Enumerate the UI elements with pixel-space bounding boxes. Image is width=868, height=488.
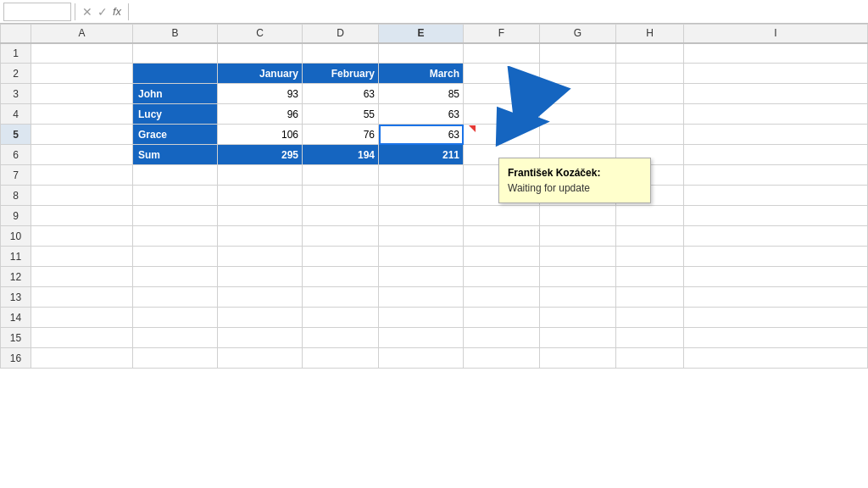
row-12: 12 xyxy=(1,267,868,287)
cell-f2[interactable] xyxy=(464,64,540,84)
cell-e3[interactable]: 85 xyxy=(379,84,464,104)
cell-f3[interactable] xyxy=(464,84,540,104)
row-8: 8 xyxy=(1,186,868,206)
cell-i5[interactable] xyxy=(684,125,868,145)
cell-g5[interactable] xyxy=(540,125,616,145)
col-header-d[interactable]: D xyxy=(303,25,379,43)
cell-h1[interactable] xyxy=(616,43,684,64)
comment-text: Waiting for update xyxy=(508,180,642,196)
row-num-8: 8 xyxy=(1,186,31,206)
cell-g3[interactable] xyxy=(540,84,616,104)
cell-b2-header[interactable] xyxy=(133,64,218,84)
row-num-15: 15 xyxy=(1,328,31,348)
row-num-10: 10 xyxy=(1,226,31,247)
row-num-12: 12 xyxy=(1,267,31,287)
row-14: 14 xyxy=(1,308,868,328)
cell-a1[interactable] xyxy=(31,43,133,64)
cell-b6-sum[interactable]: Sum xyxy=(133,145,218,165)
formula-divider xyxy=(75,3,75,20)
row-num-6: 6 xyxy=(1,145,31,165)
cell-b3-john[interactable]: John xyxy=(133,84,218,104)
cell-d6-194[interactable]: 194 xyxy=(303,145,379,165)
row-num-3: 3 xyxy=(1,84,31,104)
cell-e1[interactable] xyxy=(379,43,464,64)
cell-a3[interactable] xyxy=(31,84,133,104)
row-5-grace: 5 Grace 106 76 63 xyxy=(1,125,868,145)
row-num-9: 9 xyxy=(1,206,31,226)
col-header-i[interactable]: I xyxy=(684,25,868,43)
cell-g1[interactable] xyxy=(540,43,616,64)
formula-bar: E5 ✕ ✓ fx xyxy=(0,0,868,24)
col-header-g[interactable]: G xyxy=(540,25,616,43)
col-header-a[interactable]: A xyxy=(31,25,133,43)
row-num-5: 5 xyxy=(1,125,31,145)
row-1: 1 xyxy=(1,43,868,64)
cell-c1[interactable] xyxy=(218,43,303,64)
cell-i1[interactable] xyxy=(684,43,868,64)
cell-g4[interactable] xyxy=(540,104,616,125)
row-7: 7 xyxy=(1,165,868,186)
col-header-b[interactable]: B xyxy=(133,25,218,43)
row-10: 10 xyxy=(1,226,868,247)
column-headers: A B C D E F G H I xyxy=(1,25,868,43)
row-3-john: 3 John 93 63 85 xyxy=(1,84,868,104)
row-num-1: 1 xyxy=(1,43,31,64)
cell-h2[interactable] xyxy=(616,64,684,84)
cell-a2[interactable] xyxy=(31,64,133,84)
cell-i3[interactable] xyxy=(684,84,868,104)
cell-d3[interactable]: 63 xyxy=(303,84,379,104)
cell-b5-grace[interactable]: Grace xyxy=(133,125,218,145)
cell-c2-january[interactable]: January xyxy=(218,64,303,84)
spreadsheet: A B C D E F G H I 1 xyxy=(0,24,868,488)
cell-d2-february[interactable]: February xyxy=(303,64,379,84)
cell-h4[interactable] xyxy=(616,104,684,125)
row-num-13: 13 xyxy=(1,287,31,308)
cell-g2[interactable] xyxy=(540,64,616,84)
cell-e2-march[interactable]: March xyxy=(379,64,464,84)
row-num-2: 2 xyxy=(1,64,31,84)
cell-c4[interactable]: 96 xyxy=(218,104,303,125)
formula-icons: ✕ ✓ fx xyxy=(79,5,125,19)
comment-indicator xyxy=(469,125,476,132)
cell-f1[interactable] xyxy=(464,43,540,64)
corner-header xyxy=(1,25,31,43)
cell-b4-lucy[interactable]: Lucy xyxy=(133,104,218,125)
cell-i4[interactable] xyxy=(684,104,868,125)
cell-a5[interactable] xyxy=(31,125,133,145)
row-num-7: 7 xyxy=(1,165,31,186)
fx-icon[interactable]: fx xyxy=(113,5,121,18)
confirm-icon[interactable]: ✓ xyxy=(97,5,108,19)
row-2-header: 2 January February March xyxy=(1,64,868,84)
col-header-h[interactable]: H xyxy=(616,25,684,43)
cell-c5[interactable]: 106 xyxy=(218,125,303,145)
formula-divider2 xyxy=(128,3,129,20)
cell-e6-211[interactable]: 211 xyxy=(379,145,464,165)
cell-i2[interactable] xyxy=(684,64,868,84)
col-header-f[interactable]: F xyxy=(464,25,540,43)
cell-d4[interactable]: 55 xyxy=(303,104,379,125)
row-13: 13 xyxy=(1,287,868,308)
cell-e4[interactable]: 63 xyxy=(379,104,464,125)
cell-c6-295[interactable]: 295 xyxy=(218,145,303,165)
col-header-c[interactable]: C xyxy=(218,25,303,43)
col-header-e[interactable]: E xyxy=(379,25,464,43)
row-num-14: 14 xyxy=(1,308,31,328)
name-box[interactable]: E5 xyxy=(3,3,71,21)
cell-f4[interactable] xyxy=(464,104,540,125)
cancel-icon[interactable]: ✕ xyxy=(82,5,92,19)
cell-b1[interactable] xyxy=(133,43,218,64)
cell-a6[interactable] xyxy=(31,145,133,165)
row-num-16: 16 xyxy=(1,348,31,369)
cell-i6[interactable] xyxy=(684,145,868,165)
formula-input[interactable] xyxy=(132,3,865,19)
cell-h3[interactable] xyxy=(616,84,684,104)
cell-e5[interactable]: 63 xyxy=(379,125,464,145)
cell-d5[interactable]: 76 xyxy=(303,125,379,145)
row-num-4: 4 xyxy=(1,104,31,125)
row-6-sum: 6 Sum 295 194 211 xyxy=(1,145,868,165)
comment-box: František Kozáček: Waiting for update xyxy=(498,158,651,203)
cell-h5[interactable] xyxy=(616,125,684,145)
cell-a4[interactable] xyxy=(31,104,133,125)
cell-d1[interactable] xyxy=(303,43,379,64)
cell-c3[interactable]: 93 xyxy=(218,84,303,104)
